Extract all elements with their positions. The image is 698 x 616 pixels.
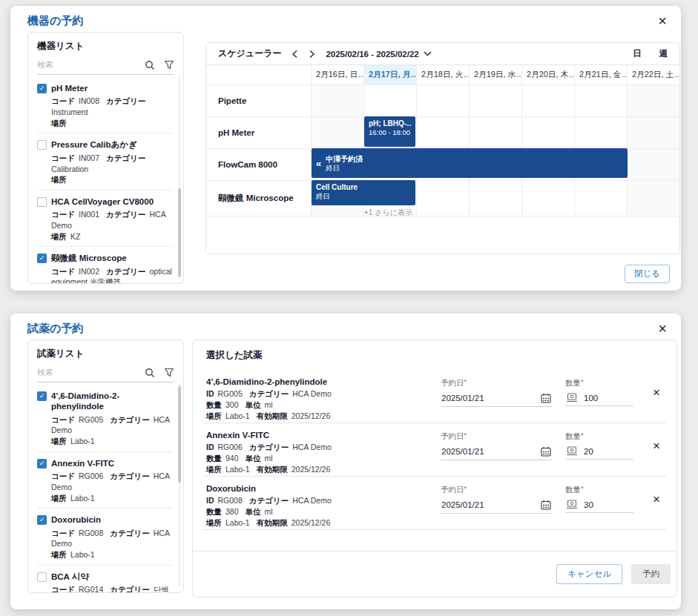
checkbox-checked[interactable]: ✓ (37, 515, 47, 525)
event-ph-meter[interactable]: pH; LBHQ-… 16:00 - 18:00 (364, 116, 415, 147)
amount-input[interactable]: 30 (565, 497, 633, 513)
search-icon[interactable] (145, 368, 155, 378)
list-item[interactable]: ✓ Annexin V-FITC コードRG006カテゴリーHCA Demo 場… (37, 452, 172, 509)
checkbox-checked[interactable]: ✓ (37, 254, 47, 263)
day-header-selected[interactable]: 2月17日, 月… (363, 65, 416, 85)
view-week-button[interactable]: 週 (659, 48, 668, 59)
item-name: BCA 시약 (51, 572, 89, 582)
list-item[interactable]: BCA 시약 コードRG014カテゴリー단백질 정량 분석(BCA Assay)… (37, 566, 172, 593)
checkbox-unchecked[interactable] (37, 572, 47, 582)
selected-reagent-row: Annexin V-FITC IDRG006カテゴリーHCA Demo 数量94… (203, 423, 666, 477)
reagent-list: ✓ 4',6-Diamidino-2-phenylindole コードRG005… (37, 385, 174, 593)
calendar-icon[interactable] (541, 500, 551, 510)
day-header-row: 2月16日, 日… 2月17日, 月… 2月18日, 火… 2月19日, 水… … (206, 65, 679, 85)
show-more-link[interactable]: +1 さらに表示 (364, 208, 412, 218)
checkbox-unchecked[interactable] (37, 140, 47, 150)
scale-icon (566, 500, 578, 509)
chevron-left-icon (292, 50, 298, 59)
equipment-reservation-modal: 機器の予約 × 機器リスト 検索 ✓ pH Meter コードIN008カテゴリ… (10, 6, 681, 291)
list-item[interactable]: ✓ 4',6-Diamidino-2-phenylindole コードRG005… (37, 385, 172, 452)
date-range-dropdown[interactable]: 2025/02/16 - 2025/02/22 (326, 50, 431, 59)
scale-icon (566, 393, 578, 403)
amount-input[interactable]: 20 (565, 444, 633, 460)
reservation-date-field: 予約日* 2025/01/21 (441, 485, 552, 514)
item-name: pH Meter (51, 83, 88, 93)
filter-icon[interactable] (164, 60, 174, 70)
date-input[interactable]: 2025/01/21 (441, 391, 552, 407)
reagent-search-input[interactable]: 検索 (37, 365, 174, 382)
continues-left-icon: « (316, 159, 321, 168)
scheduler-panel: スケジューラー 2025/02/16 - 2025/02/22 日 週 2月16… (205, 42, 680, 254)
filter-icon[interactable] (164, 368, 174, 378)
day-header[interactable]: 2月20日, 木… (521, 65, 574, 85)
resource-label: Pipette (206, 85, 311, 116)
remove-row-icon[interactable]: × (650, 491, 663, 507)
day-header[interactable]: 2月21日, 金… (574, 65, 627, 85)
reserve-button[interactable]: 予約 (631, 564, 671, 584)
remove-row-icon[interactable]: × (650, 385, 663, 400)
reagent-name: Annexin V-FITC (206, 431, 441, 440)
selected-reagents-panel: 選択した試薬 4',6-Diamidino-2-phenylindole IDR… (192, 340, 677, 597)
day-header[interactable]: 2月18日, 火… (416, 65, 469, 85)
reagent-reservation-modal: 試薬の予約 × 試薬リスト 検索 ✓ 4',6-Diamidino-2-phen… (10, 314, 681, 609)
close-icon[interactable]: × (655, 10, 670, 31)
reagent-modal-footer: キャンセル 予約 (193, 551, 676, 597)
list-item[interactable]: HCA CellVoyager CV8000 コードIN001カテゴリーHCA … (37, 191, 172, 247)
event-flowcam[interactable]: « 中澤予約済 終日 (312, 148, 628, 178)
search-icon[interactable] (145, 60, 155, 70)
date-input[interactable]: 2025/01/21 (441, 444, 552, 460)
resource-label: 顕微鏡 Microscope (206, 181, 311, 216)
checkbox-checked[interactable]: ✓ (37, 391, 47, 401)
resource-label: pH Meter (206, 117, 311, 148)
item-name: 顕微鏡 Microscope (51, 253, 127, 263)
close-button[interactable]: 閉じる (625, 265, 670, 283)
prev-week-button[interactable] (292, 50, 298, 59)
checkbox-checked[interactable]: ✓ (37, 459, 47, 468)
item-name: 4',6-Diamidino-2-phenylindole (51, 391, 172, 412)
scrollbar-thumb[interactable] (178, 386, 181, 483)
calendar-icon[interactable] (541, 446, 551, 457)
close-icon[interactable]: × (655, 318, 670, 339)
resource-label: FlowCam 8000 (206, 149, 311, 180)
selected-reagent-row: 4',6-Diamidino-2-phenylindole IDRG005カテゴ… (203, 370, 666, 423)
reservation-date-field: 予約日* 2025/01/21 (441, 378, 552, 407)
equipment-search-input[interactable]: 検索 (37, 57, 174, 75)
amount-input[interactable]: 100 (565, 391, 633, 406)
next-week-button[interactable] (309, 50, 315, 59)
item-name: Annexin V-FITC (51, 458, 114, 468)
equipment-list-heading: 機器リスト (37, 40, 174, 53)
day-header[interactable]: 2月16日, 日… (311, 65, 363, 85)
day-header[interactable]: 2月19日, 水… (469, 65, 521, 85)
list-item[interactable]: ✓ 顕微鏡 Microscope コードIN002カテゴリーoptical eq… (37, 247, 172, 284)
cancel-button[interactable]: キャンセル (556, 564, 622, 584)
resource-row: 顕微鏡 Microscope (206, 181, 679, 216)
list-item[interactable]: ✓ Doxorubicin コードRG008カテゴリーHCA Demo 場所La… (37, 509, 172, 565)
scrollbar-thumb[interactable] (178, 188, 181, 277)
checkbox-checked[interactable]: ✓ (37, 84, 47, 93)
view-day-button[interactable]: 日 (633, 48, 642, 59)
reagent-name: Doxorubicin (206, 484, 441, 493)
list-item[interactable]: Pressure Calibあかぎ コードIN007カテゴリーCalibrati… (37, 133, 172, 190)
scheduler-header: スケジューラー 2025/02/16 - 2025/02/22 日 週 (206, 43, 679, 65)
search-placeholder: 検索 (37, 367, 136, 378)
remove-row-icon[interactable]: × (650, 438, 663, 454)
item-name: Doxorubicin (51, 514, 101, 525)
amount-field: 数量* 100 (565, 378, 633, 406)
search-placeholder: 検索 (37, 59, 136, 70)
date-input[interactable]: 2025/01/21 (441, 497, 552, 514)
amount-field: 数量* 20 (565, 431, 633, 460)
selected-reagents-heading: 選択した試薬 (206, 349, 263, 362)
checkbox-unchecked[interactable] (37, 197, 47, 207)
reagent-name: 4',6-Diamidino-2-phenylindole (206, 377, 441, 386)
amount-field: 数量* 30 (565, 485, 633, 513)
list-item[interactable]: ✓ pH Meter コードIN008カテゴリーInstrument 場所 (37, 77, 172, 133)
event-cell-culture[interactable]: Cell Culture 終日 (312, 180, 415, 205)
date-range-text: 2025/02/16 - 2025/02/22 (326, 50, 418, 59)
resource-row: pH Meter (206, 117, 679, 149)
reagent-modal-title: 試薬の予約 (27, 322, 83, 336)
resource-row: Pipette (206, 85, 679, 117)
calendar-icon[interactable] (541, 393, 551, 403)
equipment-modal-title: 機器の予約 (27, 14, 83, 28)
day-header[interactable]: 2月22日, 土… (627, 65, 679, 85)
scale-icon (566, 446, 578, 456)
